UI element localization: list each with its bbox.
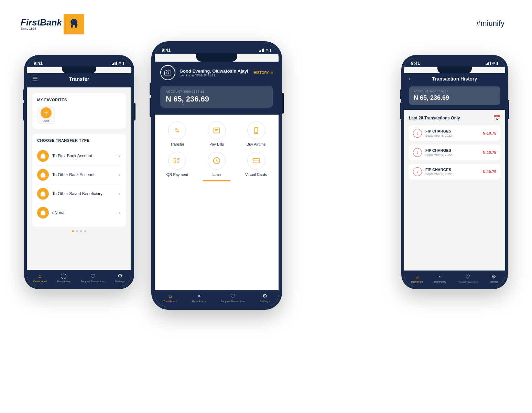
nav-dashboard-center[interactable]: ⌂ Dashboard	[164, 293, 177, 303]
battery-right: ▮	[496, 61, 498, 65]
txn-name-3: FIP CHARGES	[425, 168, 479, 172]
txn-list-header: Last 20 Transactions Only 📅	[409, 115, 500, 121]
vol-up-right[interactable]	[400, 89, 401, 99]
dot-3	[80, 230, 82, 232]
favorites-label: MY FAVORITES	[37, 98, 121, 102]
settings-label-center: Settings	[260, 300, 270, 303]
txn-date-3: September 5, 2022	[425, 172, 479, 176]
volume-up-button[interactable]	[23, 89, 24, 100]
last-login-text: Last Login 05/09/22 11:11	[180, 74, 250, 77]
time-right: 9:41	[411, 61, 420, 66]
volume-up-btn[interactable]	[150, 83, 151, 95]
txn-item-2: ↓ FIP CHARGES September 5, 2022 N-10.75	[409, 145, 500, 160]
dot-4	[84, 230, 86, 232]
loan-service-icon	[208, 152, 226, 170]
debit-arrow-icon-2: ↓	[413, 148, 422, 157]
service-loan[interactable]: Loan	[200, 152, 234, 177]
transfer-enaira[interactable]: eNaira →	[37, 203, 121, 222]
nav-frequent[interactable]: ♡ Frequent Transactions	[81, 273, 105, 283]
heart-icon-right: ♡	[465, 274, 470, 280]
person-icon-right: ⚬	[438, 273, 443, 280]
service-transfer[interactable]: Transfer	[160, 121, 194, 146]
power-right[interactable]	[508, 100, 509, 119]
dot-1	[72, 230, 74, 232]
nav-frequent-right[interactable]: ♡ Frequent Transactions	[457, 274, 478, 283]
txn-amount-3: N-10.75	[483, 170, 496, 174]
camera-icon	[160, 65, 175, 80]
status-bar-right: 9:41 ⊙ ▮	[404, 58, 505, 67]
beneficiary-label-center: Beneficiary	[192, 300, 206, 303]
txn-date-1: September 5, 2022	[425, 134, 479, 137]
airtime-service-label: Buy Airtime	[247, 142, 266, 146]
history-grid-icon: ⊞	[270, 71, 273, 75]
nav-beneficiary-center[interactable]: ⚬ Beneficiary	[192, 293, 206, 303]
transfer-to-saved-beneficiary[interactable]: To Other Saved Beneficiary →	[37, 184, 121, 203]
bottom-nav: ⌂ Dashboard ◯ Beneficiary ♡ Frequent Tra…	[27, 270, 131, 286]
transaction-body: Last 20 Transactions Only 📅 ↓ FIP CHARGE…	[404, 110, 505, 271]
wifi-center: ⊙	[265, 48, 268, 52]
phone-transactions-screen: 9:41 ⊙ ▮ ‹ Transaction History	[404, 58, 505, 286]
nav-settings-right[interactable]: ⚙ Settings	[489, 273, 498, 283]
nav-frequent-center[interactable]: ♡ Frequent Transactions	[221, 293, 245, 303]
nav-dashboard-right[interactable]: ⌂ Dashboard	[411, 274, 423, 283]
vol-down-right[interactable]	[400, 103, 401, 119]
transfer-service-icon	[168, 121, 186, 139]
calendar-icon[interactable]: 📅	[493, 115, 500, 121]
nav-settings-center[interactable]: ⚙ Settings	[260, 293, 270, 303]
transaction-header: ‹ Transaction History ACCOUNT 3050 1386 …	[404, 73, 505, 110]
back-button[interactable]: ‹	[409, 76, 411, 82]
nav-settings[interactable]: ⚙ Settings	[115, 273, 125, 283]
txn-item-1: ↓ FIP CHARGES September 5, 2022 N-10.75	[409, 125, 500, 141]
signal-center	[259, 49, 264, 52]
phone-dashboard-screen: 9:41 ⊙ ▮	[155, 45, 279, 306]
balance-amount: N 65, 236.69	[166, 95, 268, 104]
txn-date-2: September 5, 2022	[425, 153, 479, 157]
transfer-to-other-bank[interactable]: To Other Bank Account →	[37, 166, 121, 184]
transfer-page-header: ☰ Transfer	[27, 73, 131, 87]
phone-dashboard: 9:41 ⊙ ▮	[151, 41, 282, 310]
phone-transfer-screen: 9:41 ⊙ ▮ ☰ Transfer	[27, 58, 131, 286]
heart-icon: ♡	[90, 273, 95, 279]
logo-section: FirstBank Since 1894	[21, 14, 84, 34]
page-dots	[32, 227, 126, 236]
add-favorite-button[interactable]: + Add	[37, 106, 55, 124]
home-icon-center: ⌂	[169, 293, 172, 299]
service-qr[interactable]: QR Payment	[160, 152, 194, 177]
service-bills[interactable]: Pay Bills	[200, 121, 234, 146]
transfer-other-bank-label: To Other Bank Account	[52, 172, 116, 177]
arrow-right-icon: →	[116, 153, 121, 159]
txn-list-title: Last 20 Transactions Only	[409, 116, 460, 120]
service-virtual-cards[interactable]: Virtual Cards	[239, 152, 273, 177]
virtual-cards-icon	[247, 152, 265, 170]
nav-beneficiary-right[interactable]: ⚬ Beneficiary	[434, 273, 446, 283]
logo-since: Since 1894	[21, 27, 62, 31]
battery-icon: ▮	[122, 61, 124, 65]
power-btn[interactable]	[282, 93, 284, 114]
loan-service-label: Loan	[213, 172, 221, 177]
volume-down-button[interactable]	[23, 103, 24, 120]
txn-item-3: ↓ FIP CHARGES September 5, 2022 N-10.75	[409, 164, 500, 180]
phone-transfer: 9:41 ⊙ ▮ ☰ Transfer	[24, 55, 134, 289]
txn-info-2: FIP CHARGES September 5, 2022	[425, 148, 479, 157]
balance-card: ACCOUNT 3050 1386 11 N 65, 236.69	[160, 86, 273, 108]
firstbank-transfer-icon	[37, 150, 49, 162]
txn-balance-card: ACCOUNT 3050 1386 11 N 65, 236.69	[409, 86, 500, 105]
gear-icon-right: ⚙	[491, 273, 496, 280]
nav-dashboard[interactable]: ⌂ Dashboard	[33, 273, 47, 283]
dashboard-label-right: Dashboard	[411, 280, 423, 283]
nav-beneficiary[interactable]: ◯ Beneficiary	[57, 273, 71, 283]
signal-icon	[112, 62, 117, 65]
saved-beneficiary-icon	[37, 188, 49, 200]
transfer-firstbank-label: To First Bank Account	[52, 153, 116, 158]
dashboard-label-center: Dashboard	[164, 300, 177, 303]
frequent-label-center: Frequent Transactions	[221, 300, 245, 303]
favorites-section: MY FAVORITES + Add	[32, 93, 126, 129]
history-button[interactable]: HISTORY ⊞	[254, 71, 273, 75]
volume-down-btn[interactable]	[150, 98, 151, 117]
wifi-icon: ⊙	[118, 61, 121, 65]
service-airtime[interactable]: Buy Airtime	[239, 121, 273, 146]
arrow-right-icon-3: →	[116, 191, 121, 197]
transfer-to-firstbank[interactable]: To First Bank Account →	[37, 147, 121, 166]
menu-icon[interactable]: ☰	[32, 75, 38, 83]
power-button[interactable]	[134, 103, 135, 120]
